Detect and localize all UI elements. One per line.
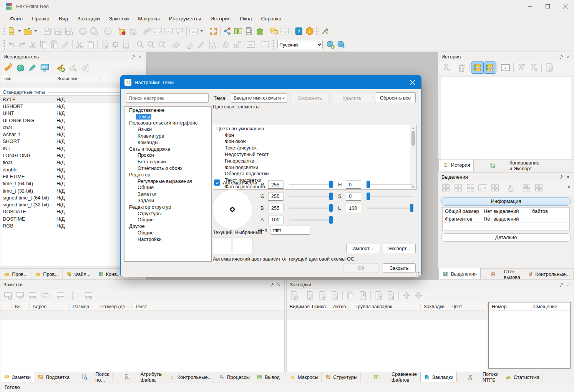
bookmark-numbers-column-header[interactable]: Номер. xyxy=(489,304,530,309)
settings-tree-item-другое[interactable]: Другое xyxy=(124,223,211,229)
bookmarks-column-header[interactable]: Прикл... xyxy=(309,304,330,309)
history-clear-button[interactable] xyxy=(456,62,468,73)
channel-slider-b[interactable] xyxy=(289,204,333,212)
channel-slider-a[interactable] xyxy=(289,216,333,224)
toolbar-grip[interactable] xyxy=(271,40,274,50)
tab-поиск-по-[interactable]: Поиск по... xyxy=(73,372,113,382)
tab-макросы[interactable]: Макросы xyxy=(286,372,322,382)
slider-track[interactable] xyxy=(289,184,333,185)
delete-theme-button[interactable]: Удалить xyxy=(333,93,371,103)
settings-search-input[interactable] xyxy=(126,93,209,103)
bookmark-edit-button[interactable] xyxy=(304,290,316,301)
history-group-add-button[interactable] xyxy=(484,62,496,73)
find-previous-button[interactable] xyxy=(156,39,167,50)
theme-combobox[interactable]: Введите имя схемы и xyxy=(231,93,287,103)
tab-структуры[interactable]: Структуры xyxy=(322,372,361,382)
new-file-button[interactable] xyxy=(6,26,17,37)
language-account-button[interactable] xyxy=(336,39,347,50)
help-button[interactable]: ? xyxy=(294,26,304,37)
new-file-options-button[interactable] xyxy=(17,26,22,37)
import-button[interactable]: Импорт... xyxy=(346,244,379,253)
tab-пров-[interactable]: Пров... xyxy=(32,269,63,279)
color-element-item[interactable]: Цвета по-умолчанию xyxy=(213,125,416,132)
compare-files-button[interactable] xyxy=(233,26,244,37)
find-next-button[interactable] xyxy=(146,39,156,50)
cut-button[interactable] xyxy=(28,39,38,50)
menu-закладки[interactable]: Закладки xyxy=(73,14,104,23)
save-all-button[interactable] xyxy=(63,26,74,37)
menu-вид[interactable]: Вид xyxy=(54,14,73,23)
resize-grip[interactable] xyxy=(416,272,420,276)
channel-slider-l[interactable] xyxy=(367,204,413,212)
save-as-button[interactable] xyxy=(53,26,63,37)
close-button[interactable] xyxy=(556,0,574,13)
bookmark-goto-button[interactable] xyxy=(328,290,341,301)
slider-track[interactable] xyxy=(289,219,333,221)
settings-tree-item-клавиатура[interactable]: Клавиатура xyxy=(124,133,211,139)
erase-button[interactable] xyxy=(185,39,196,50)
toolbar-grip[interactable] xyxy=(2,40,5,50)
pin-icon[interactable] xyxy=(557,281,564,288)
channel-slider-g[interactable] xyxy=(289,193,333,200)
share-structure-button[interactable] xyxy=(222,26,233,37)
close-icon[interactable] xyxy=(564,53,571,60)
slider-thumb[interactable] xyxy=(329,216,333,224)
note-add-button[interactable] xyxy=(2,290,14,301)
explorer-hex-view-button[interactable]: HEX xyxy=(39,62,51,73)
dialog-close-button[interactable] xyxy=(403,75,421,89)
bookmark-export-button[interactable] xyxy=(372,290,385,301)
tab-процессы[interactable]: Процессы xyxy=(215,372,253,382)
notes-column-header[interactable]: № xyxy=(12,304,30,309)
resize-document-button[interactable] xyxy=(121,39,131,50)
selection-range-button[interactable]: 1..F xyxy=(477,182,489,194)
tab-стек-вызова[interactable]: Стек вызова xyxy=(481,269,524,279)
tab-контрольные-[interactable]: Контрольные... xyxy=(524,269,574,279)
color-element-item[interactable]: Фон xyxy=(213,132,416,138)
note-remove-button[interactable] xyxy=(27,290,39,301)
settings-tree-item-настройки[interactable]: Настройки xyxy=(124,236,211,243)
keyboard-shortcuts-button[interactable]: FGV xyxy=(279,26,290,37)
feedback-button[interactable] xyxy=(269,26,279,37)
scroll-up-icon[interactable]: ▲ xyxy=(410,125,416,131)
record-macro-button[interactable] xyxy=(117,26,128,37)
bookmark-next-button[interactable] xyxy=(413,290,425,301)
settings-tree-item-бета-версии[interactable]: Бета-версии xyxy=(124,158,211,165)
slider-track[interactable] xyxy=(289,196,333,197)
explorer-column-type[interactable]: Тип xyxy=(0,76,54,81)
close-icon[interactable] xyxy=(564,173,571,180)
replace-button[interactable] xyxy=(171,39,181,50)
selection-export-button[interactable] xyxy=(521,182,533,194)
bookmark-previous-button[interactable] xyxy=(400,290,413,301)
plugins-button[interactable] xyxy=(254,26,265,37)
settings-tree-item-структуры[interactable]: Структуры xyxy=(124,210,211,217)
settings-tree-item-общие[interactable]: Общие xyxy=(124,217,211,223)
menu-инструменты[interactable]: Инструменты xyxy=(164,14,206,23)
settings-tree-item-общие[interactable]: Общие xyxy=(124,184,211,191)
about-button[interactable]: i xyxy=(304,26,315,37)
menu-заметки[interactable]: Заметки xyxy=(105,14,134,23)
channel-value-input[interactable]: 255 xyxy=(268,180,284,189)
notes-column-header[interactable]: Адрес xyxy=(30,304,70,309)
settings-tree-item-пользовательский-интерфейс[interactable]: Пользовательский интерфейс xyxy=(124,120,211,126)
bookmarks-column-header[interactable]: Закладки xyxy=(421,304,448,309)
tab-история[interactable]: История xyxy=(438,159,474,171)
channel-value-input[interactable]: 0 xyxy=(346,180,361,189)
toolbar-grip[interactable] xyxy=(2,26,5,36)
unlock-button[interactable] xyxy=(231,39,242,50)
tab-закладки[interactable]: Закладки xyxy=(420,372,457,382)
tab-контрольные-[interactable]: ΣКонтрольные... xyxy=(166,372,216,382)
settings-tree-item-задачи[interactable]: Задачи xyxy=(124,197,211,204)
paste-button[interactable] xyxy=(49,39,60,50)
channel-slider-r[interactable] xyxy=(289,181,333,188)
explorer-remove-type-button[interactable] xyxy=(67,62,79,73)
redo-button[interactable] xyxy=(17,39,28,50)
language-select[interactable]: Русский xyxy=(277,40,323,49)
copy-button[interactable] xyxy=(38,39,49,50)
history-redo-to-button[interactable] xyxy=(528,62,540,73)
channel-slider-s[interactable] xyxy=(367,193,413,200)
selection-save-button[interactable] xyxy=(489,182,501,194)
bookmark-import-button[interactable] xyxy=(385,290,397,301)
automatic-checkbox[interactable]: Автоматически xyxy=(214,179,257,186)
bookmark-remove-button[interactable] xyxy=(316,290,328,301)
pin-icon[interactable] xyxy=(268,281,275,288)
